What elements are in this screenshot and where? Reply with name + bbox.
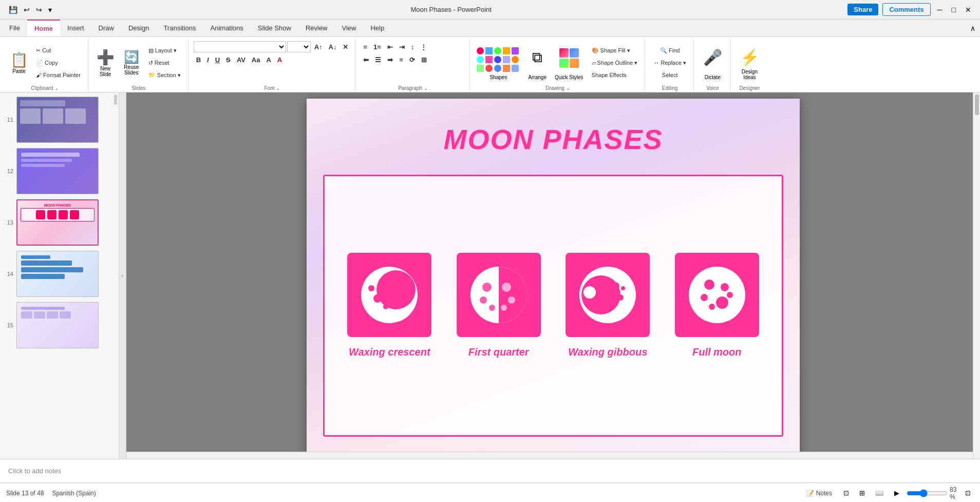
tab-insert[interactable]: Insert — [60, 20, 91, 36]
tab-review[interactable]: Review — [298, 20, 335, 36]
tab-home[interactable]: Home — [27, 20, 60, 36]
shape-fill-button[interactable]: 🎨 Shape Fill ▾ — [589, 45, 641, 56]
paste-button[interactable]: 📋 Paste — [6, 44, 32, 81]
columns-button[interactable]: ⋮ — [418, 41, 429, 52]
svg-point-1 — [376, 270, 416, 309]
replace-button[interactable]: ↔ Replace ▾ — [650, 57, 689, 68]
panel-collapse-button[interactable]: ‹ — [119, 92, 126, 459]
reuse-slides-button[interactable]: 🔄 ReuseSlides — [120, 44, 143, 81]
find-button[interactable]: 🔍 Find — [657, 45, 683, 56]
italic-button[interactable]: I — [204, 54, 212, 65]
shapes-button[interactable]: Shapes — [475, 44, 522, 81]
slideshow-button[interactable]: ▶ — [891, 488, 902, 498]
voice-tools: 🎤 Dictate — [699, 41, 726, 84]
notes-area[interactable]: Click to add notes — [0, 459, 980, 482]
app-title: Moon Phases - PowerPoint — [410, 6, 492, 13]
slides-scrollbar[interactable] — [114, 92, 118, 459]
normal-view-button[interactable]: ⊡ — [840, 488, 852, 498]
drawing-label: Drawing ⌄ — [475, 84, 640, 92]
fit-slide-button[interactable]: ⊡ — [962, 488, 974, 498]
tab-slideshow[interactable]: Slide Show — [251, 20, 298, 36]
tab-help[interactable]: Help — [363, 20, 391, 36]
text-direction-button[interactable]: ⟳ — [407, 54, 418, 65]
layout-button[interactable]: ▤ Layout ▾ — [145, 45, 184, 56]
shape-effects-button[interactable]: Shape Effects — [589, 69, 641, 81]
quick-styles-button[interactable]: Quick Styles — [553, 44, 586, 81]
tab-file[interactable]: File — [2, 20, 27, 36]
font-size-select[interactable] — [287, 41, 311, 52]
design-ideas-button[interactable]: ⚡ DesignIdeas — [736, 44, 763, 81]
new-slide-button[interactable]: ➕ NewSlide — [93, 44, 118, 81]
clipboard-secondary: ✂ Cut 📄 Copy 🖌 Format Painter — [33, 44, 84, 81]
clear-format-button[interactable]: ✕ — [340, 41, 351, 52]
slide-item-13[interactable]: 13 MOON PHASES — [2, 198, 117, 247]
maximize-button[interactable]: □ — [949, 4, 958, 15]
tab-draw[interactable]: Draw — [91, 20, 121, 36]
notes-placeholder: Click to add notes — [8, 467, 61, 475]
dictate-button[interactable]: 🎤 Dictate — [699, 44, 726, 81]
format-painter-button[interactable]: 🖌 Format Painter — [33, 69, 84, 81]
decrease-indent-button[interactable]: ⇤ — [385, 41, 395, 52]
comments-button[interactable]: Comments — [882, 3, 930, 16]
clipboard-label: Clipboard ⌄ — [6, 84, 84, 92]
minimize-button[interactable]: ─ — [935, 4, 945, 15]
arrange-icon: ⧉ — [532, 49, 542, 66]
canvas-scrollbar-v[interactable] — [973, 92, 980, 459]
share-button[interactable]: Share — [847, 4, 878, 15]
change-case-button[interactable]: Aa — [249, 54, 263, 65]
tab-view[interactable]: View — [335, 20, 364, 36]
slide-sorter-button[interactable]: ⊞ — [856, 488, 868, 498]
smart-art-button[interactable]: ⊞ — [419, 54, 429, 65]
reading-view-button[interactable]: 📖 — [872, 488, 887, 498]
canvas-scrollbar-h[interactable] — [126, 452, 973, 459]
shape-outline-button[interactable]: ▱ Shape Outline ▾ — [589, 57, 641, 68]
increase-font-button[interactable]: A↑ — [312, 41, 325, 52]
copy-button[interactable]: 📄 Copy — [33, 57, 84, 68]
zoom-slider[interactable] — [907, 489, 948, 497]
undo-button[interactable]: ↩ — [21, 4, 32, 15]
tab-animations[interactable]: Animations — [203, 20, 251, 36]
statusbar: Slide 13 of 48 Spanish (Spain) 📝 Notes ⊡… — [0, 482, 980, 502]
align-right-button[interactable]: ➡ — [385, 54, 395, 65]
cut-button[interactable]: ✂ Cut — [33, 45, 84, 56]
customize-button[interactable]: ▾ — [46, 4, 54, 15]
slide-item-14[interactable]: 14 — [2, 250, 117, 298]
strikethrough-button[interactable]: S — [223, 54, 233, 65]
svg-point-18 — [610, 304, 615, 309]
line-spacing-button[interactable]: ↕ — [408, 41, 417, 52]
numbering-button[interactable]: 1≡ — [371, 41, 384, 52]
tab-transitions[interactable]: Transitions — [156, 20, 203, 36]
section-button[interactable]: 📁 Section ▾ — [145, 69, 184, 81]
close-button[interactable]: ✕ — [963, 4, 974, 15]
reset-button[interactable]: ↺ Reset — [145, 57, 184, 68]
tab-design[interactable]: Design — [121, 20, 156, 36]
align-left-button[interactable]: ⬅ — [361, 54, 371, 65]
slide-item-11[interactable]: 11 — [2, 96, 117, 144]
zoom-value: 83 % — [950, 486, 958, 500]
arrange-button[interactable]: ⧉ Arrange — [525, 44, 550, 81]
slide-item-15[interactable]: 15 — [2, 301, 117, 349]
collapse-ribbon-button[interactable]: ∧ — [968, 20, 978, 36]
char-spacing-button[interactable]: AV — [234, 54, 248, 65]
slide-item-12[interactable]: 12 — [2, 147, 117, 195]
decrease-font-button[interactable]: A↓ — [326, 41, 340, 52]
font-tools: A↑ A↓ ✕ B I U S AV Aa A A — [194, 41, 351, 84]
text-shadow-button[interactable]: A — [263, 54, 273, 65]
font-color-button[interactable]: A — [275, 54, 285, 65]
save-button[interactable]: 💾 — [6, 4, 20, 15]
paste-label: Paste — [12, 68, 26, 74]
select-button[interactable]: Select — [659, 69, 681, 81]
new-slide-label: NewSlide — [100, 66, 111, 77]
ribbon-content: 📋 Paste ✂ Cut 📄 Copy 🖌 Format Painter Cl… — [0, 37, 980, 92]
notes-toggle-button[interactable]: 📝 Notes — [802, 489, 836, 498]
bullets-button[interactable]: ≡ — [361, 41, 370, 52]
align-center-button[interactable]: ☰ — [372, 54, 384, 65]
increase-indent-button[interactable]: ⇥ — [397, 41, 407, 52]
redo-button[interactable]: ↪ — [33, 4, 45, 15]
bold-button[interactable]: B — [194, 54, 203, 65]
slide-canvas[interactable]: MOON PHASES — [307, 99, 800, 453]
font-name-select[interactable] — [194, 41, 286, 52]
justify-button[interactable]: ≡ — [397, 54, 406, 65]
underline-button[interactable]: U — [213, 54, 222, 65]
svg-point-16 — [611, 282, 619, 290]
